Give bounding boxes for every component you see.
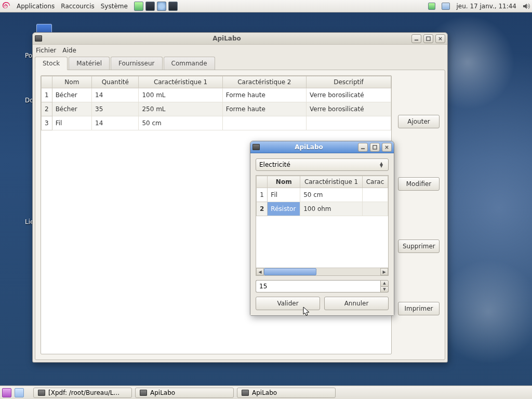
cell-c1[interactable]: 50 cm xyxy=(300,188,363,202)
cell-desc[interactable] xyxy=(307,116,391,130)
table-row[interactable]: 1 Fil 50 cm xyxy=(257,188,388,202)
edit-button[interactable]: Modifier xyxy=(398,177,440,191)
cell-c1[interactable]: 100 ohm xyxy=(300,202,363,216)
minimize-button[interactable] xyxy=(411,34,421,43)
cell-c2[interactable] xyxy=(362,188,388,202)
taskbar-button[interactable]: ApiLabo xyxy=(135,388,234,398)
table-row[interactable]: 3 Fil 14 50 cm xyxy=(42,116,391,130)
taskbar-app-icon xyxy=(38,390,45,396)
scroll-track[interactable] xyxy=(264,268,380,275)
launcher-icon[interactable] xyxy=(134,2,143,11)
col-index[interactable] xyxy=(42,76,52,88)
cell-nom[interactable]: Bécher xyxy=(52,102,91,116)
col-c1[interactable]: Caractéristique 1 xyxy=(300,176,363,188)
col-desc[interactable]: Descriptif xyxy=(307,76,391,88)
svg-rect-0 xyxy=(415,39,418,41)
panel-menu-applications[interactable]: Applications xyxy=(17,3,55,10)
bottom-gnome-panel: [Xpdf: /root/Bureau/L... ApiLabo ApiLabo xyxy=(0,385,532,399)
taskbar-button[interactable]: ApiLabo xyxy=(237,388,336,398)
tab-fournisseur[interactable]: Fournisseur xyxy=(111,57,163,70)
col-c1[interactable]: Caractéristique 1 xyxy=(139,76,222,88)
row-idx: 2 xyxy=(42,102,52,116)
volume-icon[interactable] xyxy=(523,3,530,10)
horizontal-scrollbar[interactable]: ◀ ▶ xyxy=(256,268,388,275)
cell-nom[interactable]: Bécher xyxy=(52,88,91,102)
tab-strip: Stock Matériel Fournisseur Commande xyxy=(33,56,447,70)
cell-c2[interactable]: Forme haute xyxy=(222,102,306,116)
cell-nom-selected[interactable]: Résistor xyxy=(268,202,300,216)
cell-c2[interactable] xyxy=(222,116,306,130)
cell-qte[interactable]: 35 xyxy=(92,102,139,116)
add-dialog: ApiLabo Electricité ▲▼ Nom Caractéristiq… xyxy=(250,141,394,316)
scroll-left-button[interactable]: ◀ xyxy=(256,268,264,275)
row-idx: 1 xyxy=(42,88,52,102)
cell-qte[interactable]: 14 xyxy=(92,88,139,102)
svg-rect-2 xyxy=(361,148,365,149)
col-c2[interactable]: Carac xyxy=(362,176,388,188)
main-window-titlebar[interactable]: ApiLabo xyxy=(33,33,447,45)
taskbar-label: ApiLabo xyxy=(150,389,175,396)
minimize-button[interactable] xyxy=(358,143,368,152)
tab-materiel[interactable]: Matériel xyxy=(69,57,110,70)
cell-c1[interactable]: 100 mL xyxy=(139,88,222,102)
col-index[interactable] xyxy=(257,176,268,188)
taskbar-button[interactable]: [Xpdf: /root/Bureau/L... xyxy=(33,388,132,398)
panel-menu-system[interactable]: Système xyxy=(101,3,128,10)
cancel-button[interactable]: Annuler xyxy=(324,297,389,310)
tab-stock[interactable]: Stock xyxy=(35,57,68,70)
col-nom[interactable]: Nom xyxy=(268,176,300,188)
window-app-icon xyxy=(252,144,260,150)
menu-file[interactable]: Fichier xyxy=(36,47,56,54)
network-icon[interactable] xyxy=(442,3,450,10)
tab-commande[interactable]: Commande xyxy=(164,57,215,70)
main-menubar: Fichier Aide xyxy=(33,45,447,56)
validate-button[interactable]: Valider xyxy=(256,297,320,310)
cell-c2[interactable] xyxy=(362,202,388,216)
cell-nom[interactable]: Fil xyxy=(52,116,91,130)
delete-button[interactable]: Supprimer xyxy=(398,240,440,253)
main-window-title: ApiLabo xyxy=(44,35,409,42)
cell-desc[interactable]: Verre borosilicaté xyxy=(307,88,391,102)
maximize-button[interactable] xyxy=(370,143,380,152)
dialog-titlebar[interactable]: ApiLabo xyxy=(250,141,394,153)
cell-nom[interactable]: Fil xyxy=(268,188,300,202)
cell-qte[interactable]: 14 xyxy=(92,116,139,130)
quantity-input[interactable] xyxy=(256,280,380,292)
table-row[interactable]: 2 Résistor 100 ohm xyxy=(257,202,388,216)
spin-down-button[interactable]: ▼ xyxy=(380,287,389,293)
cell-desc[interactable]: Verre borosilicaté xyxy=(307,102,391,116)
table-row[interactable]: 1 Bécher 14 100 mL Forme haute Verre bor… xyxy=(42,88,391,102)
cell-c1[interactable]: 50 cm xyxy=(139,116,222,130)
top-gnome-panel: Applications Raccourcis Système jeu. 17 … xyxy=(0,0,532,12)
launcher-icon[interactable] xyxy=(157,2,166,11)
col-nom[interactable]: Nom xyxy=(52,76,91,88)
add-button[interactable]: Ajouter xyxy=(398,115,440,128)
window-list-icon[interactable] xyxy=(15,388,24,397)
menu-help[interactable]: Aide xyxy=(62,47,76,54)
svg-rect-1 xyxy=(427,36,430,40)
taskbar-app-icon xyxy=(140,390,147,396)
panel-clock[interactable]: jeu. 17 janv., 11:44 xyxy=(456,3,516,10)
col-c2[interactable]: Caractéristique 2 xyxy=(222,76,306,88)
tray-icon[interactable] xyxy=(428,3,435,10)
launcher-icon[interactable] xyxy=(168,2,178,11)
launcher-icon[interactable] xyxy=(145,2,155,11)
cell-c1[interactable]: 250 mL xyxy=(139,102,222,116)
taskbar-label: [Xpdf: /root/Bureau/L... xyxy=(48,389,119,396)
show-desktop-icon[interactable] xyxy=(2,388,11,397)
scroll-thumb[interactable] xyxy=(264,268,316,275)
spin-up-button[interactable]: ▲ xyxy=(380,280,389,287)
category-combobox[interactable]: Electricité ▲▼ xyxy=(256,158,389,171)
print-button[interactable]: Imprimer xyxy=(398,302,440,315)
close-button[interactable] xyxy=(382,143,392,152)
cell-c2[interactable]: Forme haute xyxy=(222,88,306,102)
table-row[interactable]: 2 Bécher 35 250 mL Forme haute Verre bor… xyxy=(42,102,391,116)
panel-menu-shortcuts[interactable]: Raccourcis xyxy=(61,3,94,10)
chevron-updown-icon: ▲▼ xyxy=(378,162,385,167)
close-button[interactable] xyxy=(435,34,445,43)
col-quantite[interactable]: Quantité xyxy=(92,76,139,88)
scroll-right-button[interactable]: ▶ xyxy=(380,268,388,275)
quantity-spinner[interactable]: ▲ ▼ xyxy=(256,280,389,292)
dialog-table[interactable]: Nom Caractéristique 1 Carac 1 Fil 50 cm … xyxy=(256,175,389,276)
maximize-button[interactable] xyxy=(423,34,433,43)
